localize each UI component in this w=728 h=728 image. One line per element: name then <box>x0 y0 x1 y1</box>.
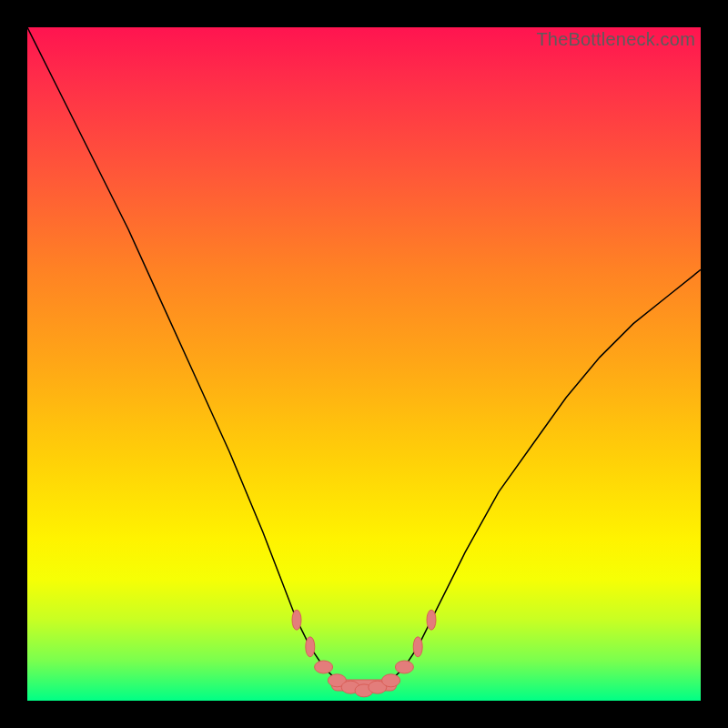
curve-marker <box>395 661 413 673</box>
curve-marker <box>341 681 359 693</box>
curve-marker <box>355 684 373 697</box>
curve-marker <box>292 610 301 630</box>
curve-marker <box>427 610 436 630</box>
curve-marker <box>413 637 422 657</box>
watermark-text: TheBottleneck.com <box>536 29 695 50</box>
chart-svg <box>27 27 701 701</box>
chart-frame: TheBottleneck.com <box>0 0 728 728</box>
bottleneck-curve <box>27 27 701 691</box>
plot-area: TheBottleneck.com <box>27 27 701 701</box>
curve-marker-center <box>331 680 396 691</box>
curve-marker <box>369 681 387 693</box>
curve-marker <box>306 637 315 657</box>
curve-marker <box>328 674 346 687</box>
markers-group <box>292 610 436 697</box>
curve-marker <box>382 674 400 687</box>
curve-marker <box>315 661 333 673</box>
